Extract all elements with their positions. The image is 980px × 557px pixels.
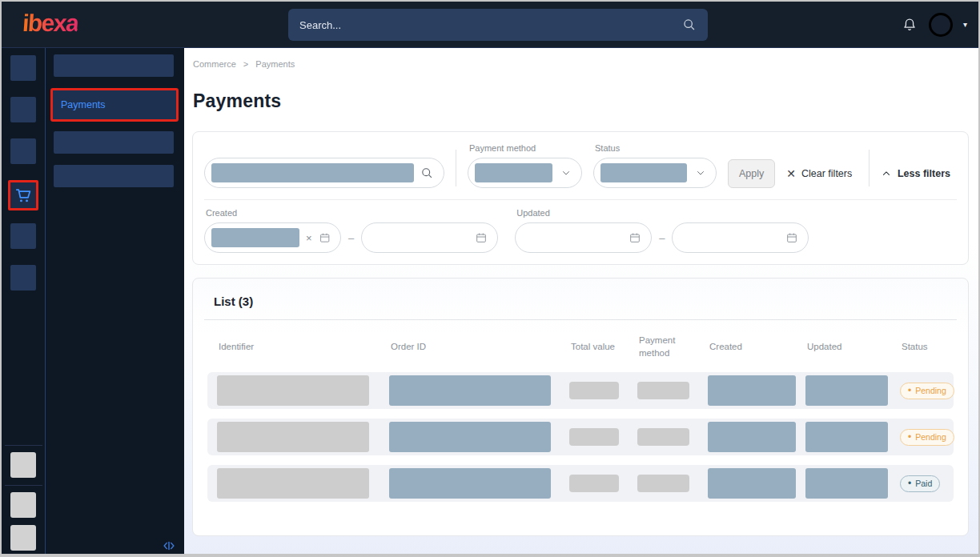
- redacted-updated: [805, 375, 888, 406]
- status-badge: Pending: [900, 383, 954, 399]
- search-icon: [420, 166, 434, 180]
- redacted-date-value: [211, 228, 299, 247]
- redacted-identifier: [217, 468, 369, 499]
- breadcrumb-payments[interactable]: Payments: [255, 59, 295, 69]
- status-label: Status: [595, 143, 717, 153]
- less-filters-label: Less filters: [898, 168, 950, 179]
- column-header-order-id: Order ID: [384, 341, 564, 354]
- redacted-total-value: [569, 382, 619, 399]
- rail-item-6[interactable]: [10, 265, 36, 291]
- icon-rail-sidebar: [2, 48, 46, 557]
- clear-date-icon[interactable]: ×: [306, 232, 312, 244]
- status-badge: Pending: [900, 429, 954, 446]
- less-filters-button[interactable]: Less filters: [881, 159, 950, 188]
- shopping-cart-icon: [12, 184, 34, 206]
- chevron-down-icon: [560, 167, 572, 178]
- breadcrumb-commerce[interactable]: Commerce: [193, 59, 236, 69]
- sidebar-item-4[interactable]: [54, 165, 174, 187]
- table-row[interactable]: Pending: [207, 419, 954, 455]
- column-header-total-value: Total value: [564, 341, 633, 354]
- updated-to-date-input[interactable]: [672, 222, 809, 253]
- column-header-payment-method: Payment method: [633, 335, 703, 359]
- topbar-actions: ▾: [901, 13, 967, 37]
- rail-bottom-item-3[interactable]: [10, 525, 36, 551]
- table-row[interactable]: Paid: [207, 465, 954, 502]
- redacted-status-value: [600, 163, 687, 182]
- redacted-identifier: [217, 375, 369, 406]
- clear-filters-label: Clear filters: [801, 168, 852, 179]
- redacted-updated: [805, 468, 888, 499]
- redacted-identifier: [217, 422, 369, 452]
- redacted-total-value: [569, 475, 619, 492]
- updated-from-date-input[interactable]: [515, 222, 652, 253]
- payment-method-label: Payment method: [469, 143, 582, 153]
- user-avatar[interactable]: [929, 13, 953, 37]
- redacted-order-id: [389, 468, 551, 499]
- redacted-payment-method: [637, 475, 689, 492]
- page-title: Payments: [193, 90, 969, 112]
- sidebar-item-label: Payments: [53, 90, 176, 119]
- apply-button[interactable]: Apply: [728, 159, 775, 188]
- column-header-created: Created: [703, 341, 801, 354]
- search-input[interactable]: [299, 19, 682, 31]
- rail-item-2[interactable]: [10, 97, 36, 122]
- redacted-updated: [805, 422, 888, 452]
- rail-item-5[interactable]: [10, 223, 36, 249]
- status-badge: Paid: [900, 475, 940, 492]
- sidebar-item-payments-selected[interactable]: Payments: [50, 88, 179, 122]
- date-range-separator: –: [348, 232, 354, 244]
- created-to-date-input[interactable]: [361, 222, 498, 253]
- top-bar: ibexa ▾: [2, 2, 978, 48]
- ibexa-logo[interactable]: ibexa: [22, 11, 79, 38]
- payments-list-panel: List (3) Identifier Order ID Total value…: [192, 278, 969, 536]
- filter-divider: [456, 150, 456, 186]
- date-range-separator: –: [659, 232, 665, 244]
- rail-item-commerce-selected[interactable]: [8, 180, 38, 210]
- redacted-created: [708, 468, 796, 499]
- global-search[interactable]: [288, 9, 708, 41]
- calendar-icon: [319, 231, 331, 244]
- chevron-up-icon: [881, 168, 892, 179]
- calendar-icon: [475, 231, 488, 244]
- clear-x-icon: ✕: [786, 167, 796, 180]
- sidebar-item-3[interactable]: [54, 131, 174, 154]
- rail-divider: [5, 485, 42, 486]
- column-header-updated: Updated: [801, 341, 895, 354]
- created-from-date-input[interactable]: ×: [204, 222, 341, 253]
- chevron-down-icon: [695, 167, 706, 178]
- clear-filters-button[interactable]: ✕ Clear filters: [786, 159, 852, 188]
- table-header-row: Identifier Order ID Total value Payment …: [203, 320, 958, 372]
- search-icon: [682, 18, 697, 32]
- rail-bottom-item-1[interactable]: [10, 452, 36, 478]
- sidebar-item-1[interactable]: [54, 54, 174, 77]
- filters-panel: Payment method Status: [192, 131, 969, 265]
- column-header-identifier: Identifier: [212, 341, 384, 354]
- secondary-sidebar: Payments: [46, 48, 184, 557]
- created-label: Created: [206, 208, 498, 218]
- redacted-payment-method: [637, 428, 689, 446]
- table-row[interactable]: Pending: [207, 372, 954, 409]
- column-header-status: Status: [895, 341, 949, 354]
- list-title: List (3): [214, 295, 958, 308]
- calendar-icon: [629, 231, 641, 244]
- filter-search-field[interactable]: [204, 158, 444, 188]
- rail-item-3[interactable]: [10, 138, 36, 164]
- calendar-icon: [785, 231, 798, 244]
- rail-item-1[interactable]: [10, 55, 36, 81]
- user-menu-caret-icon[interactable]: ▾: [963, 21, 967, 29]
- breadcrumb: Commerce > Payments: [192, 59, 969, 69]
- filter-divider: [869, 150, 870, 186]
- status-select[interactable]: [593, 158, 717, 188]
- redacted-payment-method-value: [475, 163, 552, 182]
- filters-horizontal-divider: [204, 199, 957, 200]
- rail-bottom-item-2[interactable]: [10, 492, 36, 518]
- collapse-sidebar-icon[interactable]: [162, 539, 176, 553]
- redacted-created: [708, 422, 796, 452]
- updated-label: Updated: [516, 208, 809, 218]
- main-content: Commerce > Payments Payments: [184, 48, 978, 557]
- payment-method-select[interactable]: [468, 158, 582, 188]
- redacted-order-id: [389, 375, 551, 406]
- redacted-created: [708, 375, 796, 406]
- redacted-search-value: [211, 163, 414, 182]
- notifications-bell-icon[interactable]: [901, 16, 918, 34]
